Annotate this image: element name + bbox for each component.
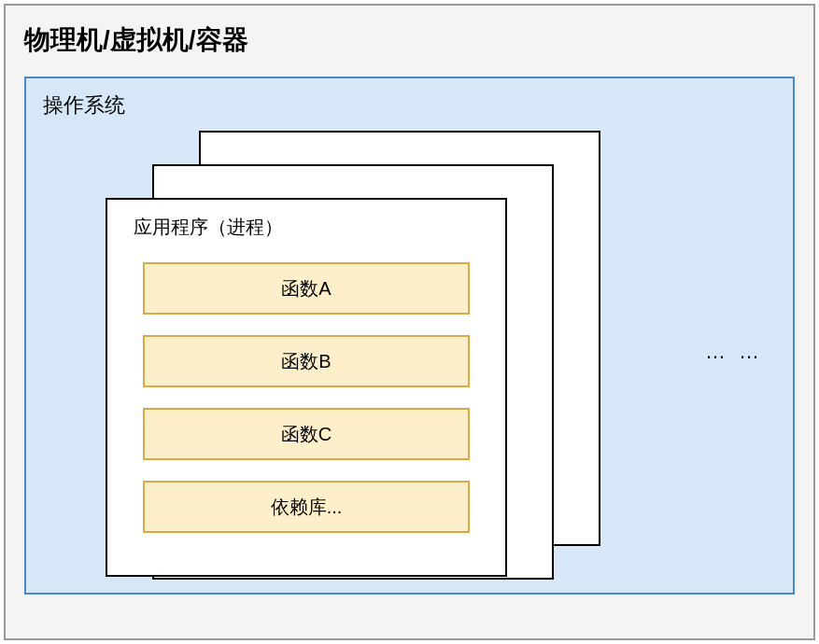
function-list: 函数A 函数B 函数C 依赖库... [134, 262, 479, 533]
ellipsis-text: … … [705, 340, 763, 364]
process-title: 应用程序（进程） [134, 215, 479, 240]
host-container-box: 物理机/虚拟机/容器 操作系统 应用程序（进程） 函数A 函数B 函数C 依赖库… [4, 4, 815, 640]
os-box: 操作系统 应用程序（进程） 函数A 函数B 函数C 依赖库... … … [24, 77, 795, 595]
dependency-item: 依赖库... [143, 481, 470, 533]
function-item: 函数A [143, 262, 470, 315]
host-title: 物理机/虚拟机/容器 [24, 22, 795, 58]
os-title: 操作系统 [43, 91, 776, 119]
process-card-front: 应用程序（进程） 函数A 函数B 函数C 依赖库... [106, 198, 507, 577]
function-item: 函数C [143, 408, 470, 460]
process-stack: 应用程序（进程） 函数A 函数B 函数C 依赖库... [106, 131, 591, 579]
function-item: 函数B [143, 335, 470, 387]
